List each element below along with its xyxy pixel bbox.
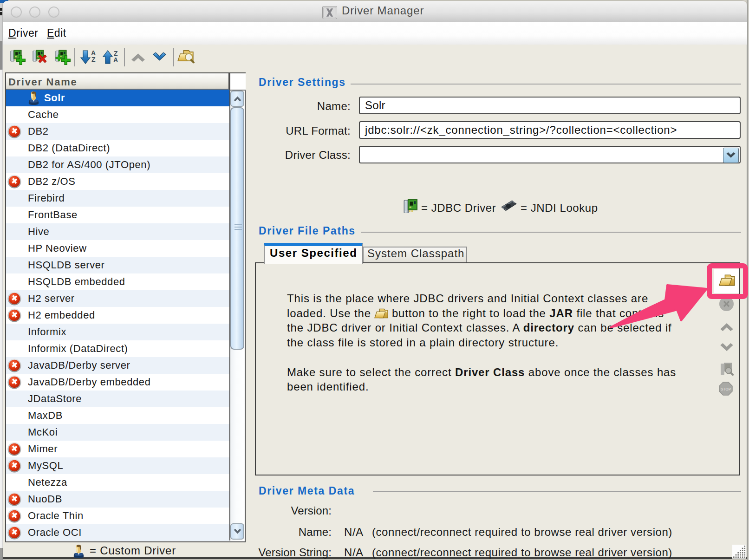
svg-text:Z: Z bbox=[91, 56, 96, 63]
svg-text:A: A bbox=[113, 56, 118, 64]
